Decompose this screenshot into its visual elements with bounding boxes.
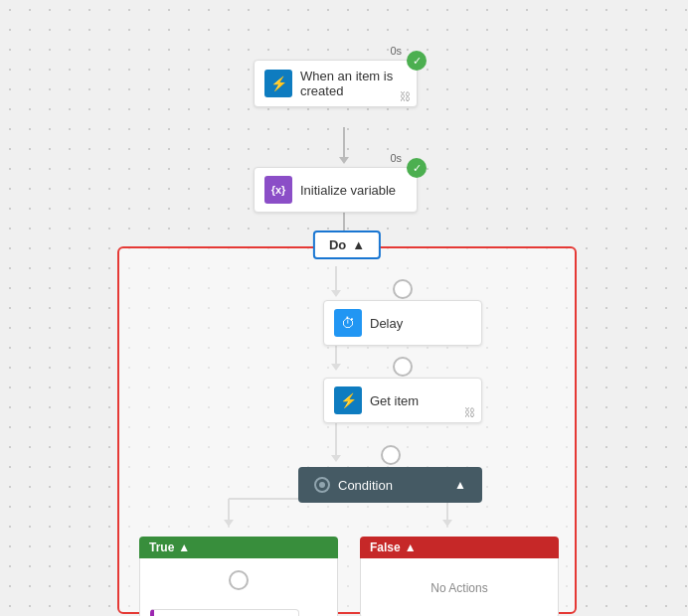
- get-item-node[interactable]: ⚡ Get item ⛓: [323, 378, 482, 423]
- get-item-label: Get item: [370, 393, 419, 408]
- false-chevron: ▲: [405, 540, 417, 554]
- svg-point-18: [319, 482, 325, 488]
- false-branch-header[interactable]: False ▲: [360, 537, 559, 558]
- condition-chevron: ▲: [454, 478, 466, 492]
- get-item-link: ⛓: [464, 406, 475, 418]
- false-branch-container: False ▲ No Actions: [360, 537, 559, 616]
- delay-label: Delay: [370, 316, 403, 331]
- condition-icon: [314, 477, 330, 493]
- set-variable-node[interactable]: {x} Set variable: [150, 609, 299, 616]
- when-created-link: ⛓: [400, 90, 411, 102]
- condition-label: Condition: [338, 478, 393, 493]
- true-label: True: [149, 540, 174, 554]
- when-created-node[interactable]: 0s ✓ ⚡ When an item iscreated ⛓: [254, 60, 418, 107]
- delay-node[interactable]: ⏱ Delay: [323, 300, 482, 346]
- when-created-success: ✓: [407, 51, 427, 71]
- initialize-success: ✓: [407, 158, 427, 178]
- false-branch-body: No Actions: [360, 558, 559, 616]
- svg-marker-1: [339, 157, 349, 164]
- true-branch-header[interactable]: True ▲: [139, 537, 338, 558]
- when-created-label: When an item iscreated: [300, 69, 393, 98]
- initialize-icon: {x}: [264, 176, 292, 204]
- initialize-variable-node[interactable]: 0s ✓ {x} Initialize variable: [254, 167, 418, 213]
- do-label: Do: [329, 237, 346, 252]
- false-no-actions-label: No Actions: [430, 581, 487, 595]
- add-before-condition[interactable]: [381, 445, 401, 465]
- true-branch-container: True ▲ {x} Set variable: [139, 537, 338, 616]
- do-chevron: ▲: [352, 237, 365, 252]
- add-before-delay[interactable]: [393, 279, 413, 299]
- when-created-timer: 0s: [390, 45, 402, 57]
- flow-canvas: 0s ✓ ⚡ When an item iscreated ⛓ 0s ✓ {x}…: [0, 0, 688, 616]
- do-header[interactable]: Do ▲: [313, 231, 381, 259]
- add-before-get-item[interactable]: [393, 357, 413, 377]
- get-item-icon: ⚡: [334, 386, 362, 414]
- true-chevron: ▲: [178, 540, 190, 554]
- true-branch-body: {x} Set variable: [139, 558, 338, 616]
- initialize-timer: 0s: [390, 152, 402, 164]
- add-in-true-branch[interactable]: [229, 570, 249, 590]
- when-created-icon: ⚡: [264, 70, 292, 97]
- delay-icon: ⏱: [334, 309, 362, 337]
- do-loop-container: Do ▲ ⏱ Delay ⚡ Get item ⛓ Condition ▲: [117, 246, 577, 614]
- false-label: False: [370, 540, 401, 554]
- initialize-label: Initialize variable: [300, 183, 396, 198]
- condition-node[interactable]: Condition ▲: [298, 467, 482, 503]
